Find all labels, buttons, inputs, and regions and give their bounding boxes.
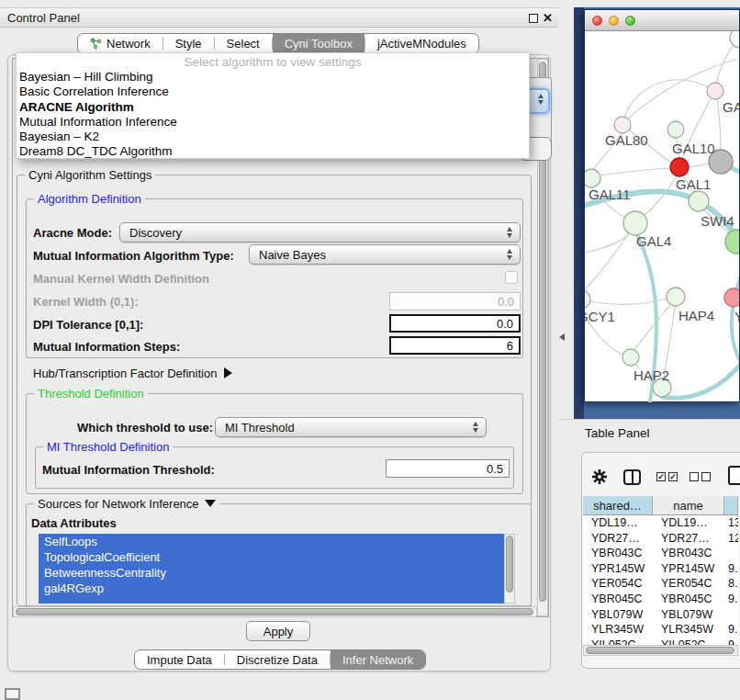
table-cell	[724, 546, 738, 561]
mi-algorithm-type-select[interactable]: Naive Bayes	[249, 244, 521, 265]
network-edge[interactable]	[585, 233, 629, 296]
aracne-mode-select[interactable]: Discovery	[119, 222, 521, 243]
settings-horizontal-scrollbar[interactable]	[13, 606, 537, 617]
attribute-item-topologicalcoefficient[interactable]: TopologicalCoefficient	[39, 549, 504, 565]
hub-definition-toggle[interactable]: Hub/Transcription Factor Definition	[33, 367, 232, 380]
network-canvas[interactable]: GALGAL80GAL10GAL1GAL11SWI4GAL4GCY1HAP4YH…	[585, 31, 739, 402]
panel-divider-collapse-icon[interactable]	[559, 333, 565, 341]
collapse-triangle-icon[interactable]	[205, 500, 216, 507]
minimize-window-icon[interactable]	[609, 16, 619, 26]
algorithm-option-mutual-information-inference[interactable]: Mutual Information Inference	[17, 115, 529, 130]
float-window-icon[interactable]	[529, 14, 538, 23]
network-node-HAP4[interactable]	[667, 288, 685, 306]
network-node-GAL4[interactable]	[623, 211, 647, 235]
network-node-GAL11[interactable]	[585, 169, 600, 187]
tab-select[interactable]: Select	[215, 34, 272, 53]
algorithm-option-aracne-algorithm[interactable]: ARACNE Algorithm	[17, 100, 529, 115]
network-edge[interactable]	[600, 168, 670, 175]
table-cell: YBR045C	[583, 592, 653, 607]
network-node-top-right[interactable]	[730, 31, 739, 48]
table-cell: 9.	[724, 622, 738, 638]
network-node-pink-right[interactable]	[724, 288, 739, 307]
group-title: Cyni Algorithm Settings	[25, 168, 155, 182]
table-row[interactable]: YBR045CYBR045C9.	[583, 592, 738, 607]
tab-style[interactable]: Style	[163, 34, 214, 53]
tab-network[interactable]: Network	[78, 34, 163, 53]
collapsed-panel-icon[interactable]	[5, 688, 20, 700]
table-row[interactable]: YPR145WYPR145W9.	[583, 561, 738, 577]
attribute-item-betweennesscentrality[interactable]: BetweennessCentrality	[39, 565, 504, 581]
kernel-width-input[interactable]	[389, 292, 521, 310]
select-all-checkbox-icon-2[interactable]: ✓	[668, 472, 678, 481]
tab-impute-data[interactable]: Impute Data	[135, 650, 224, 669]
deselect-all-checkbox-icon-2[interactable]	[701, 472, 711, 481]
tab-cyni-toolbox[interactable]: Cyni Toolbox	[273, 34, 364, 53]
tab-jactivemnodules[interactable]: jActiveMNodules	[365, 34, 478, 53]
column-header-shared[interactable]: shared…	[583, 496, 653, 514]
attribute-item-gal4rgexp[interactable]: gal4RGexp	[39, 581, 504, 596]
close-window-icon[interactable]	[592, 16, 602, 26]
table-row[interactable]: YBR043CYBR043C	[583, 546, 738, 561]
control-panel-title: Control Panel	[7, 11, 80, 25]
select-all-checkbox-icon[interactable]: ✓	[656, 472, 666, 481]
network-edge[interactable]	[662, 356, 739, 398]
attributes-scrollbar[interactable]	[504, 534, 515, 604]
kernel-width-label: Kernel Width (0,1):	[33, 295, 139, 309]
attribute-item-selfloops[interactable]: SelfLoops	[39, 534, 504, 549]
network-node-label-gal10: GAL10	[672, 141, 715, 156]
close-panel-icon[interactable]: ✕	[543, 11, 553, 25]
algorithm-option-bayesian-hill-climbing[interactable]: Bayesian – Hill Climbing	[17, 70, 529, 85]
split-panel-icon[interactable]	[623, 469, 641, 485]
zoom-window-icon[interactable]	[625, 16, 635, 26]
network-node-GCY1[interactable]	[585, 290, 590, 309]
table-horizontal-scrollbar[interactable]	[583, 645, 738, 656]
table-row[interactable]: YIL052CYIL052C9	[583, 638, 738, 645]
manual-kernel-checkbox[interactable]	[505, 271, 518, 284]
tab-infer-network[interactable]: Infer Network	[331, 650, 425, 669]
network-node-pink-top[interactable]	[707, 83, 723, 99]
table-row[interactable]: YDR27…YDR27…12	[583, 531, 738, 547]
export-table-icon[interactable]	[728, 466, 740, 485]
table-row[interactable]: YDL19…YDL19…13	[583, 515, 738, 531]
settings-horizontal-scrollbar-thumb[interactable]	[16, 608, 533, 615]
table-cell: YBR043C	[653, 546, 724, 561]
table-row[interactable]: YBL079WYBL079W	[583, 607, 738, 623]
algorithm-option-basic-correlation-inference[interactable]: Basic Correlation Inference	[17, 85, 529, 99]
mi-steps-input[interactable]	[389, 336, 521, 355]
network-edge[interactable]	[585, 232, 630, 254]
network-node-GAL80[interactable]	[614, 117, 631, 133]
network-window-titlebar[interactable]	[585, 10, 739, 31]
network-node-HAP2[interactable]	[622, 349, 639, 366]
control-panel-titlebar[interactable]: Control Panel ✕	[0, 7, 558, 28]
network-edge[interactable]	[688, 164, 711, 167]
dpi-tolerance-input[interactable]	[389, 314, 521, 333]
column-header-name[interactable]: name	[653, 496, 724, 514]
deselect-all-checkbox-icon[interactable]	[690, 472, 699, 481]
column-header-hidden[interactable]	[724, 496, 738, 514]
table-row[interactable]: YLR345WYLR345W9.	[583, 622, 738, 638]
which-threshold-select[interactable]: MI Threshold	[215, 417, 487, 437]
algorithm-option-bayesian-k2[interactable]: Bayesian – K2	[17, 130, 529, 144]
attributes-scrollbar-thumb[interactable]	[506, 536, 513, 593]
table-horizontal-scrollbar-thumb[interactable]	[586, 647, 734, 654]
mi-threshold-input[interactable]	[386, 459, 510, 478]
data-attributes-list[interactable]: SelfLoopsTopologicalCoefficientBetweenne…	[39, 534, 504, 604]
network-node-GAL10[interactable]	[667, 121, 684, 138]
network-edge[interactable]	[634, 305, 670, 350]
algorithm-option-dream8-dc-tdc-algorithm[interactable]: Dream8 DC_TDC Algorithm	[17, 144, 529, 159]
expand-triangle-icon[interactable]	[224, 367, 232, 378]
network-edge[interactable]	[717, 99, 721, 150]
network-node-SWI4[interactable]	[689, 191, 709, 211]
tab-label: Style	[175, 37, 202, 51]
table-row[interactable]: YER054CYER054C8.	[583, 576, 738, 592]
tab-discretize-data[interactable]: Discretize Data	[225, 650, 330, 669]
attribute-item-partial[interactable]	[39, 596, 504, 604]
network-node-GAL1[interactable]	[670, 158, 689, 176]
network-edge[interactable]	[624, 80, 715, 117]
gear-icon[interactable]	[591, 469, 608, 485]
algorithm-placeholder: Select algorithm to view settings	[17, 53, 529, 70]
network-edge[interactable]	[644, 175, 677, 216]
network-node-bright-green[interactable]	[725, 230, 739, 254]
network-node-label-y: Y	[734, 309, 739, 324]
apply-button[interactable]: Apply	[246, 621, 310, 641]
